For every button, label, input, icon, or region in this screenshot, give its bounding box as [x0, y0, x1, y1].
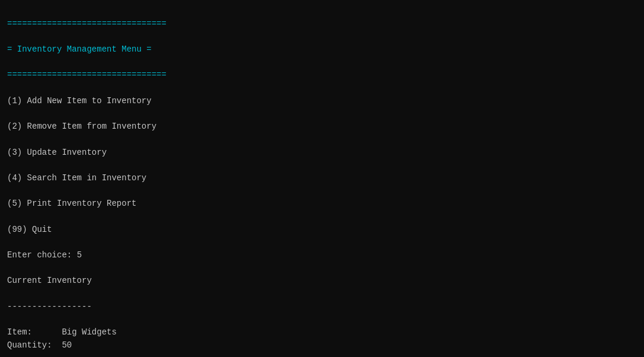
- menu-item-3-text: (3) Update Inventory: [7, 148, 107, 157]
- menu-item-4-text: (4) Search Item in Inventory: [7, 173, 146, 183]
- item-name-1: Big Widgets: [62, 327, 116, 337]
- item-1-qty-line: Quantity: 50: [7, 340, 72, 350]
- item-1-name-line: Item: Big Widgets: [7, 327, 117, 337]
- sep-1: ----------: [7, 353, 57, 357]
- item-label-1: Item:: [7, 327, 32, 337]
- qty-value-1: 50: [62, 340, 72, 350]
- enter-choice-label: Enter choice:: [7, 250, 77, 260]
- menu-title-text: = Inventory Management Menu =: [7, 44, 152, 54]
- enter-choice-value: 5: [77, 250, 82, 260]
- menu-item-1-text: (1) Add New Item to Inventory: [7, 96, 152, 106]
- qty-label-1: Quantity:: [7, 340, 52, 350]
- menu-item-99-text: (99) Quit: [7, 225, 52, 234]
- separator-top: ================================: [7, 19, 166, 28]
- separator-inv-text: -----------------: [7, 302, 92, 311]
- menu-item-5-text: (5) Print Inventory Report: [7, 199, 136, 208]
- terminal-window: ================================ = Inven…: [0, 0, 644, 357]
- separator-title-text: ================================: [7, 70, 166, 79]
- menu-item-2-text: (2) Remove Item from Inventory: [7, 122, 156, 131]
- current-inventory-label: Current Inventory: [7, 276, 92, 285]
